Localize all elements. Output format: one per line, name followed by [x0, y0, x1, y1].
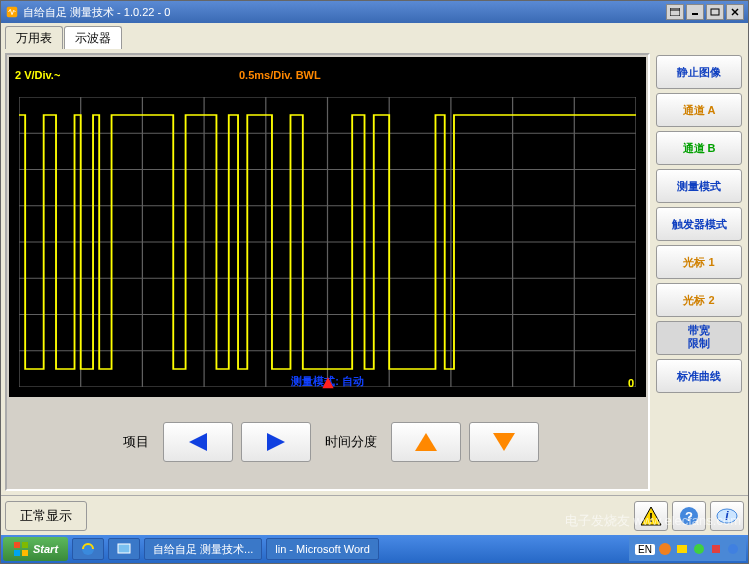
- cursor-1-button[interactable]: 光标 1: [656, 245, 742, 279]
- quick-launch-desktop[interactable]: [108, 538, 140, 560]
- watermark: 电子发烧友 www.elecfans.com: [565, 512, 741, 530]
- svg-rect-43: [118, 544, 130, 553]
- channel-b-button[interactable]: 通道 B: [656, 131, 742, 165]
- cursor-2-button[interactable]: 光标 2: [656, 283, 742, 317]
- time-down-button[interactable]: [469, 422, 539, 462]
- item-label: 项目: [123, 433, 149, 451]
- svg-point-48: [728, 544, 738, 554]
- taskbar-item-1[interactable]: lin - Microsoft Word: [266, 538, 379, 560]
- freeze-image-button[interactable]: 静止图像: [656, 55, 742, 89]
- start-label: Start: [33, 543, 58, 555]
- tray-icon[interactable]: [675, 542, 689, 556]
- tab-0[interactable]: 万用表: [5, 26, 63, 49]
- bandwidth-limit-button[interactable]: 带宽限制: [656, 321, 742, 355]
- title-bar: 自给自足 测量技术 - 1.0.22 - 0: [1, 1, 748, 23]
- tray-icon[interactable]: [658, 542, 672, 556]
- standard-curve-button[interactable]: 标准曲线: [656, 359, 742, 393]
- svg-rect-41: [22, 550, 28, 556]
- close-button[interactable]: [726, 4, 744, 20]
- scope-panel: 2 V/Div.~ 0.5ms/Div. BWL 测量模式: 自动 0 项目: [5, 53, 650, 491]
- display-status-button[interactable]: 正常显示: [5, 501, 87, 531]
- taskbar-item-0[interactable]: 自给自足 测量技术...: [144, 538, 262, 560]
- tab-1[interactable]: 示波器: [64, 26, 122, 49]
- item-next-button[interactable]: [241, 422, 311, 462]
- measure-mode-button[interactable]: 测量模式: [656, 169, 742, 203]
- svg-marker-27: [323, 377, 334, 388]
- time-up-button[interactable]: [391, 422, 461, 462]
- svg-point-46: [694, 544, 704, 554]
- system-tray[interactable]: EN: [629, 537, 746, 561]
- windows-logo-icon: [13, 541, 29, 557]
- taskbar: Start 自给自足 测量技术...lin - Microsoft Word E…: [1, 535, 748, 563]
- svg-rect-45: [677, 545, 687, 553]
- svg-marker-29: [267, 433, 285, 451]
- tray-icon[interactable]: [726, 542, 740, 556]
- time-div-label: 时间分度: [325, 433, 377, 451]
- svg-marker-30: [415, 433, 437, 451]
- scope-grid: [19, 97, 636, 387]
- tray-icon[interactable]: [692, 542, 706, 556]
- svg-marker-28: [189, 433, 207, 451]
- app-icon: [5, 5, 19, 19]
- minimize-button[interactable]: [686, 4, 704, 20]
- timebase-label: 0.5ms/Div. BWL: [239, 69, 321, 81]
- y-div-label: 2 V/Div.~: [15, 69, 60, 81]
- channel-a-button[interactable]: 通道 A: [656, 93, 742, 127]
- minimize-all-button[interactable]: [666, 4, 684, 20]
- tray-icon[interactable]: [709, 542, 723, 556]
- trigger-mode-button[interactable]: 触发器模式: [656, 207, 742, 241]
- start-button[interactable]: Start: [3, 537, 68, 561]
- svg-rect-4: [711, 9, 719, 15]
- svg-marker-31: [493, 433, 515, 451]
- zero-marker: 0: [628, 377, 634, 389]
- window-title: 自给自足 测量技术 - 1.0.22 - 0: [23, 5, 664, 20]
- maximize-button[interactable]: [706, 4, 724, 20]
- side-panel: 静止图像 通道 A 通道 B 测量模式 触发器模式 光标 1 光标 2 带宽限制…: [654, 53, 744, 491]
- item-prev-button[interactable]: [163, 422, 233, 462]
- svg-rect-38: [14, 542, 20, 548]
- svg-rect-39: [22, 542, 28, 548]
- svg-rect-40: [14, 550, 20, 556]
- svg-rect-47: [712, 545, 720, 553]
- tab-strip: 万用表示波器: [1, 23, 748, 49]
- language-indicator[interactable]: EN: [635, 544, 655, 555]
- oscilloscope-screen[interactable]: 2 V/Div.~ 0.5ms/Div. BWL 测量模式: 自动 0: [9, 57, 646, 397]
- svg-rect-1: [670, 8, 680, 16]
- quick-launch-ie[interactable]: [72, 538, 104, 560]
- scope-controls: 项目 时间分度: [9, 397, 646, 487]
- trigger-arrow-icon: [321, 377, 335, 391]
- svg-point-44: [659, 543, 671, 555]
